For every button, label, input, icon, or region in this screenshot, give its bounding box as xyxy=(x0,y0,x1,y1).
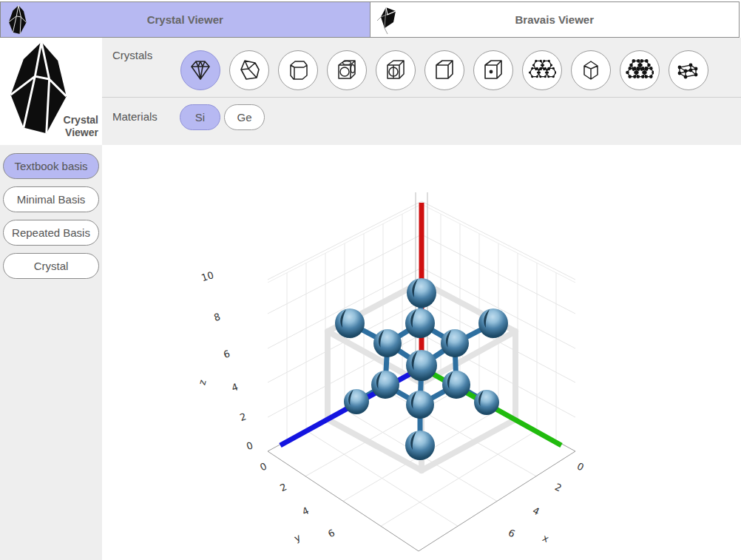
x-tick-label: 4 xyxy=(531,505,541,517)
crystal-viewer-app: Crystal Viewer Bravais Viewer Crystal Vi… xyxy=(0,0,741,560)
atom-sphere xyxy=(335,308,365,338)
y-axis-title: y xyxy=(292,531,302,544)
atom-sphere xyxy=(405,431,435,460)
crystal-button-diamond[interactable] xyxy=(180,50,220,90)
honeycomb-filled-icon xyxy=(626,57,654,84)
atom-sphere xyxy=(442,371,470,399)
z-tick-label: 4 xyxy=(230,381,240,394)
tab-label: Bravais Viewer xyxy=(515,13,594,26)
x-tick-label: 6 xyxy=(507,527,517,539)
crystal-button-fcc-cube[interactable] xyxy=(327,50,367,90)
diamond-icon xyxy=(186,57,214,84)
sidebar: Textbook basisMinimal BasisRepeated Basi… xyxy=(0,145,102,560)
plot-area[interactable]: 024602460246810xyz xyxy=(102,145,741,560)
x-tick-label: 2 xyxy=(553,481,564,493)
z-tick-label: 0 xyxy=(245,439,254,452)
z-axis-title: z xyxy=(197,378,209,386)
rhombohedron-icon xyxy=(235,57,263,84)
fcc-cube-icon xyxy=(333,57,361,84)
crystal-gem-icon xyxy=(6,4,31,36)
atom-sphere xyxy=(406,391,434,419)
crystals-row: Crystals xyxy=(102,38,741,98)
tab-bar: Crystal Viewer Bravais Viewer xyxy=(0,1,740,38)
simple-cube-icon xyxy=(430,57,459,84)
honeycomb-icon xyxy=(528,57,556,84)
materials-row: Materials SiGe xyxy=(102,98,741,145)
tab-crystal-viewer[interactable]: Crystal Viewer xyxy=(1,2,370,37)
logo-panel: Crystal Viewer xyxy=(0,38,102,145)
hex-prism-tall-icon xyxy=(577,57,605,84)
crystal-button-bcc-dot-cube[interactable] xyxy=(473,50,513,90)
floor-gridline xyxy=(381,431,537,527)
sidebar-button-crystal[interactable]: Crystal xyxy=(3,253,99,279)
z-tick-label: 10 xyxy=(200,269,214,283)
sidebar-button-repeated-basis[interactable]: Repeated Basis xyxy=(3,220,99,246)
logo-line1: Crystal xyxy=(64,114,98,126)
atom-sphere xyxy=(407,278,436,308)
x-axis-title: x xyxy=(541,532,551,544)
z-tick-label: 8 xyxy=(212,311,222,323)
atom-sphere xyxy=(478,308,508,338)
material-button-list: SiGe xyxy=(180,104,265,130)
floor-gridline xyxy=(306,431,458,527)
bravais-cell-icon xyxy=(376,4,401,36)
sidebar-button-textbook-basis[interactable]: Textbook basis xyxy=(3,153,99,179)
x-tick-label: 0 xyxy=(575,460,586,473)
crystal-button-face-circle-cube[interactable] xyxy=(376,50,416,90)
crystal-button-hex-prism-tall[interactable] xyxy=(571,50,611,90)
crystal-button-honeycomb-filled[interactable] xyxy=(620,50,660,90)
atom-sphere xyxy=(371,371,399,399)
y-tick-label: 6 xyxy=(326,527,336,539)
y-tick-label: 4 xyxy=(300,505,311,517)
bcc-dot-cube-icon xyxy=(479,57,507,84)
crystal-button-hex-prism[interactable] xyxy=(278,50,318,90)
crystal-button-simple-cube[interactable] xyxy=(424,50,464,90)
crystal-button-rhombohedron[interactable] xyxy=(229,50,269,90)
toolbar: Crystals Materials SiGe xyxy=(102,38,741,145)
z-tick-label: 6 xyxy=(222,348,231,360)
y-tick-label: 2 xyxy=(278,481,288,493)
material-button-ge[interactable]: Ge xyxy=(224,104,265,130)
crystal-button-honeycomb[interactable] xyxy=(522,50,562,90)
crystal-button-chain-lattice[interactable] xyxy=(669,50,708,90)
atom-sphere xyxy=(441,329,469,357)
chain-lattice-icon xyxy=(674,57,703,84)
box-edge xyxy=(419,451,575,551)
crystal-icon-list xyxy=(180,50,708,90)
atom-sphere xyxy=(474,390,499,415)
sidebar-button-minimal-basis[interactable]: Minimal Basis xyxy=(3,186,99,212)
face-circle-cube-icon xyxy=(382,57,410,84)
crystals-label: Crystals xyxy=(112,49,152,61)
logo-line2: Viewer xyxy=(64,126,98,139)
materials-label: Materials xyxy=(112,110,158,123)
atom-sphere xyxy=(373,329,402,357)
material-button-si[interactable]: Si xyxy=(180,104,220,130)
atom-sphere xyxy=(344,389,369,414)
z-tick-label: 2 xyxy=(238,411,248,423)
box-edge xyxy=(268,451,419,551)
3d-scene: 024602460246810xyz xyxy=(102,145,741,560)
y-tick-label: 0 xyxy=(258,460,268,473)
hex-prism-icon xyxy=(284,57,312,84)
atom-sphere xyxy=(406,350,437,381)
tab-bravais-viewer[interactable]: Bravais Viewer xyxy=(370,2,740,37)
logo-text: Crystal Viewer xyxy=(64,114,98,139)
tab-label: Crystal Viewer xyxy=(147,13,223,26)
atom-sphere xyxy=(405,308,435,338)
